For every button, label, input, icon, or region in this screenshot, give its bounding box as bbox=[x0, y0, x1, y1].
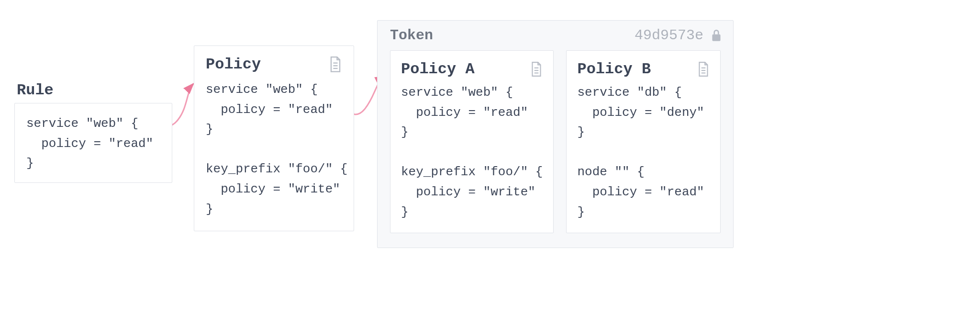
token-policy-a-header: Policy A bbox=[390, 51, 553, 83]
diagram-canvas: Rule service "web" { policy = "read" } P… bbox=[0, 0, 980, 316]
token-policy-b-title: Policy B bbox=[577, 60, 651, 78]
rule-card: service "web" { policy = "read" } bbox=[14, 103, 172, 183]
lock-icon bbox=[710, 28, 723, 43]
token-policy-b-header: Policy B bbox=[567, 51, 720, 83]
file-text-icon bbox=[697, 62, 710, 77]
file-text-icon bbox=[530, 62, 543, 77]
policy-card-title: Policy bbox=[206, 56, 261, 73]
policy-code: service "web" { policy = "read" } key_pr… bbox=[194, 80, 354, 231]
rule-title: Rule bbox=[17, 81, 54, 99]
token-body: Policy A service "web" { policy = "read"… bbox=[378, 50, 733, 233]
token-title: Token bbox=[390, 27, 433, 44]
token-policy-a-title: Policy A bbox=[401, 60, 475, 78]
token-policy-card-b: Policy B service "db" { policy = "deny" … bbox=[566, 50, 721, 233]
token-header: Token 49d9573e bbox=[378, 21, 733, 50]
svg-rect-5 bbox=[712, 34, 720, 41]
rule-code: service "web" { policy = "read" } bbox=[26, 114, 160, 174]
token-policy-a-code: service "web" { policy = "read" } key_pr… bbox=[390, 83, 553, 233]
token-card: Token 49d9573e Policy A bbox=[377, 20, 734, 248]
file-text-icon bbox=[329, 56, 342, 73]
token-id: 49d9573e bbox=[635, 27, 703, 44]
token-policy-b-code: service "db" { policy = "deny" } node ""… bbox=[567, 83, 720, 233]
policy-card-header: Policy bbox=[194, 46, 354, 80]
token-id-wrap: 49d9573e bbox=[635, 27, 723, 44]
policy-card: Policy service "web" { policy = "read" }… bbox=[194, 45, 354, 231]
token-policy-card-a: Policy A service "web" { policy = "read"… bbox=[390, 50, 554, 233]
